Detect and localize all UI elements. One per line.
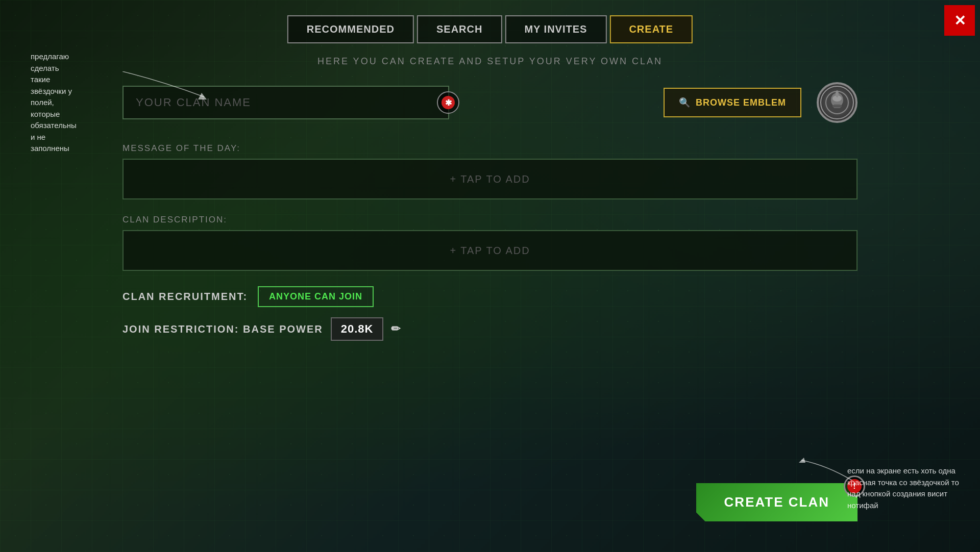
tab-search[interactable]: SEARCH bbox=[417, 15, 502, 43]
svg-point-5 bbox=[836, 90, 839, 97]
create-clan-wrapper: CREATE CLAN ! bbox=[696, 483, 857, 521]
required-indicator: ✱ bbox=[437, 91, 459, 114]
svg-marker-6 bbox=[198, 93, 207, 99]
helmet-svg bbox=[824, 90, 850, 115]
create-clan-button[interactable]: CREATE CLAN bbox=[696, 483, 857, 521]
annotation-arrow-right bbox=[796, 455, 857, 486]
search-icon: 🔍 bbox=[679, 97, 691, 108]
bottom-section: CLAN RECRUITMENT: ANYONE CAN JOIN JOIN R… bbox=[122, 286, 857, 341]
message-textarea[interactable]: + TAP TO ADD bbox=[122, 159, 857, 199]
required-star-icon: ✱ bbox=[442, 96, 455, 109]
clan-emblem-icon[interactable] bbox=[817, 82, 857, 123]
clan-name-row: ✱ 🔍 BROWSE EMBLEM bbox=[122, 82, 857, 123]
svg-rect-4 bbox=[832, 105, 842, 107]
annotation-right: если на экране есть хоть одна красная то… bbox=[847, 465, 960, 511]
message-placeholder: + TAP TO ADD bbox=[450, 173, 530, 185]
power-value: 20.8K bbox=[331, 317, 384, 341]
message-label: MESSAGE OF THE DAY: bbox=[122, 143, 857, 154]
svg-point-0 bbox=[826, 91, 848, 114]
page-subtitle: HERE YOU CAN CREATE AND SETUP YOUR VERY … bbox=[122, 56, 857, 67]
main-content: HERE YOU CAN CREATE AND SETUP YOUR VERY … bbox=[122, 56, 857, 552]
description-textarea[interactable]: + TAP TO ADD bbox=[122, 230, 857, 271]
join-restriction-label: JOIN RESTRICTION: BASE POWER bbox=[122, 323, 323, 335]
svg-point-2 bbox=[832, 95, 842, 102]
svg-marker-7 bbox=[799, 458, 805, 463]
annotation-right-text: если на экране есть хоть одна красная то… bbox=[847, 465, 960, 511]
browse-emblem-label: BROWSE EMBLEM bbox=[696, 97, 786, 108]
description-placeholder: + TAP TO ADD bbox=[450, 245, 530, 257]
recruitment-value-button[interactable]: ANYONE CAN JOIN bbox=[258, 286, 374, 307]
tab-create[interactable]: CREATE bbox=[609, 15, 693, 43]
annotation-left-text: предлагаю сделать такие звёздочки у поле… bbox=[31, 51, 77, 155]
browse-emblem-button[interactable]: 🔍 BROWSE EMBLEM bbox=[664, 88, 801, 117]
tab-my-invites[interactable]: MY INVITES bbox=[505, 15, 606, 43]
nav-tabs: RECOMMENDED SEARCH MY INVITES CREATE bbox=[287, 15, 693, 43]
recruitment-label: CLAN RECRUITMENT: bbox=[122, 291, 248, 303]
close-button[interactable]: ✕ bbox=[944, 5, 975, 36]
description-label: CLAN DESCRIPTION: bbox=[122, 215, 857, 225]
join-restriction-row: JOIN RESTRICTION: BASE POWER 20.8K ✏ bbox=[122, 317, 857, 341]
edit-icon[interactable]: ✏ bbox=[391, 322, 401, 336]
svg-point-1 bbox=[831, 93, 843, 107]
svg-rect-3 bbox=[834, 104, 841, 108]
tab-recommended[interactable]: RECOMMENDED bbox=[287, 15, 414, 43]
recruitment-row: CLAN RECRUITMENT: ANYONE CAN JOIN bbox=[122, 286, 857, 307]
annotation-arrow-left bbox=[122, 71, 225, 112]
